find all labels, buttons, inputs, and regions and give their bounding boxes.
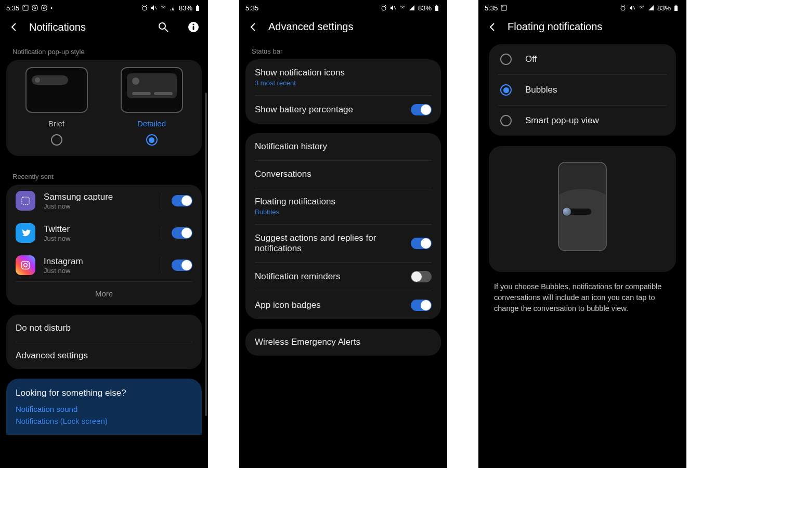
gallery-icon	[22, 5, 29, 11]
svg-rect-23	[501, 5, 506, 10]
samsung-capture-icon	[16, 191, 35, 211]
recently-sent-section-label: Recently sent	[3, 165, 205, 185]
statusbar-section-label: Status bar	[242, 40, 444, 59]
wea-row[interactable]: Wireless Emergency Alerts	[245, 329, 441, 356]
app-icon-badges-label: App icon badges	[255, 300, 411, 310]
svg-rect-22	[436, 5, 437, 6]
option-bubbles-radio[interactable]	[500, 84, 512, 96]
battery-icon	[674, 5, 680, 11]
back-button[interactable]	[8, 21, 20, 33]
notification-reminders-toggle[interactable]	[411, 271, 432, 282]
app-toggle-samsung-capture[interactable]	[172, 195, 192, 206]
notification-reminders-label: Notification reminders	[255, 271, 411, 282]
conversations-label: Conversations	[255, 169, 432, 179]
app-toggle-twitter[interactable]	[172, 227, 192, 239]
svg-rect-28	[675, 5, 677, 6]
show-notification-icons-row[interactable]: Show notification icons 3 most recent	[245, 59, 441, 95]
battery-icon	[435, 5, 441, 11]
app-toggle-instagram[interactable]	[172, 259, 192, 271]
floating-options-card: Off Bubbles Smart pop-up view	[489, 44, 676, 136]
svg-rect-15	[22, 197, 29, 204]
status-time: 5:35	[485, 4, 498, 12]
option-smart-radio[interactable]	[500, 115, 512, 126]
page-title: Advanced settings	[268, 21, 439, 33]
app-sub: Just now	[44, 235, 153, 242]
show-battery-toggle[interactable]	[411, 104, 432, 115]
header: Floating notifications	[478, 16, 686, 40]
floating-notifications-label: Floating notifications	[255, 197, 432, 207]
battery-percent: 83%	[418, 4, 432, 12]
popup-brief-option[interactable]: Brief	[25, 67, 88, 146]
page-title: Notifications	[29, 21, 139, 33]
alarm-icon	[141, 5, 148, 11]
advanced-settings-row[interactable]: Advanced settings	[6, 342, 202, 369]
svg-rect-9	[197, 5, 198, 6]
popup-brief-radio[interactable]	[51, 134, 62, 146]
more-notif-dot: •	[50, 5, 53, 11]
mute-icon	[629, 5, 635, 11]
instagram-icon	[16, 255, 35, 275]
app-row-samsung-capture[interactable]: Samsung capture Just now	[6, 185, 202, 217]
instagram-status-icon-2	[41, 5, 47, 11]
battery-percent: 83%	[179, 4, 192, 12]
popup-detailed-label: Detailed	[137, 119, 166, 128]
show-battery-row[interactable]: Show battery percentage	[245, 96, 441, 124]
svg-line-20	[394, 6, 396, 9]
wea-label: Wireless Emergency Alerts	[255, 337, 432, 347]
scrollbar[interactable]	[205, 93, 207, 416]
floating-notifications-row[interactable]: Floating notifications Bubbles	[245, 188, 441, 224]
app-row-instagram[interactable]: Instagram Just now	[6, 249, 202, 281]
status-bar: 5:35 83%	[239, 0, 447, 16]
popup-detailed-radio[interactable]	[146, 134, 158, 146]
back-button[interactable]	[248, 21, 259, 33]
header: Advanced settings	[239, 16, 447, 40]
footer-card: Looking for something else? Notification…	[6, 379, 202, 435]
svg-point-24	[502, 6, 503, 7]
svg-rect-0	[23, 5, 28, 10]
app-icon-badges-toggle[interactable]	[411, 300, 432, 311]
footer-question: Looking for something else?	[16, 388, 192, 398]
back-button[interactable]	[487, 21, 498, 33]
footer-link-sound[interactable]: Notification sound	[16, 405, 192, 413]
notification-history-row[interactable]: Notification history	[245, 133, 441, 160]
option-off-radio[interactable]	[500, 54, 512, 65]
footer-link-lockscreen[interactable]: Notifications (Lock screen)	[16, 417, 192, 425]
conversations-row[interactable]: Conversations	[245, 161, 441, 188]
screen-notifications: 5:35 • 83% Notifications Notification po…	[0, 0, 208, 468]
suggest-actions-toggle[interactable]	[411, 238, 432, 249]
option-off-row[interactable]: Off	[489, 44, 676, 74]
dnd-label: Do not disturb	[16, 323, 192, 333]
info-button[interactable]	[187, 21, 200, 33]
app-row-twitter[interactable]: Twitter Just now	[6, 217, 202, 249]
signal-icon	[409, 5, 415, 11]
signal-icon	[170, 5, 176, 11]
dnd-row[interactable]: Do not disturb	[6, 315, 202, 342]
option-bubbles-row[interactable]: Bubbles	[489, 75, 676, 105]
popup-style-card: Brief Detailed	[6, 60, 202, 156]
suggest-actions-row[interactable]: Suggest actions and replies for notifica…	[245, 225, 441, 262]
advanced-settings-label: Advanced settings	[16, 351, 192, 361]
svg-point-3	[34, 7, 36, 9]
popup-detailed-option[interactable]: Detailed	[121, 67, 183, 146]
status-time: 5:35	[6, 4, 19, 12]
notification-reminders-row[interactable]: Notification reminders	[245, 263, 441, 291]
mute-icon	[151, 5, 157, 11]
svg-rect-21	[435, 6, 438, 11]
show-battery-label: Show battery percentage	[255, 105, 411, 115]
svg-rect-4	[42, 5, 47, 10]
more-button[interactable]: More	[6, 282, 202, 305]
search-button[interactable]	[157, 21, 170, 33]
page-title: Floating notifications	[508, 21, 678, 33]
app-name: Twitter	[44, 224, 153, 235]
app-icon-badges-row[interactable]: App icon badges	[245, 291, 441, 319]
divider	[162, 257, 162, 273]
svg-line-26	[633, 6, 635, 9]
svg-rect-14	[193, 26, 194, 30]
app-name: Samsung capture	[44, 192, 153, 202]
svg-point-13	[192, 23, 194, 25]
svg-point-25	[621, 6, 625, 10]
option-smart-row[interactable]: Smart pop-up view	[489, 106, 676, 136]
settings-links-card: Do not disturb Advanced settings	[6, 315, 202, 369]
divider	[162, 225, 162, 241]
svg-line-11	[165, 29, 168, 32]
